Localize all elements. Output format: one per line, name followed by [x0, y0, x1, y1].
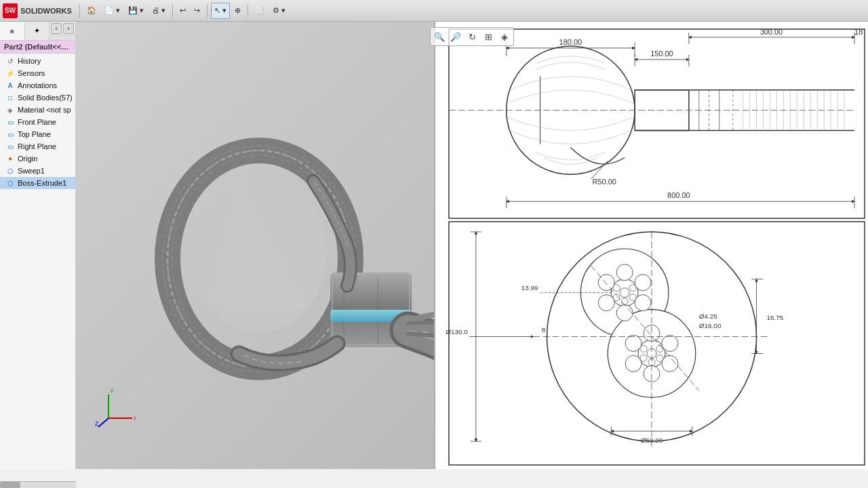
settings-button[interactable]: ⚙ ▾: [269, 3, 289, 19]
app-name: SOLIDWORKS: [20, 7, 72, 15]
svg-point-78: [625, 336, 642, 352]
pm-icon: ✦: [34, 26, 40, 35]
undo-button[interactable]: ↩: [176, 3, 189, 19]
zoom-fit-button[interactable]: 🔎: [448, 29, 463, 44]
svg-point-74: [662, 336, 678, 352]
dim-8: 8: [542, 326, 546, 333]
part-header: Part2 (Default<<Def: [0, 41, 75, 54]
print-button[interactable]: 🖨 ▾: [149, 3, 169, 19]
logo-sw: SW: [5, 7, 16, 14]
section-view-button[interactable]: ⊞: [481, 29, 496, 44]
save-button[interactable]: 💾 ▾: [125, 3, 147, 19]
tree-item-sensors[interactable]: ⚡ Sensors: [0, 67, 75, 79]
top-plane-label: Top Plane: [18, 130, 51, 138]
material-label: Material <not sp: [18, 106, 71, 114]
svg-point-71: [613, 285, 620, 291]
tree-item-material[interactable]: ◈ Material <not sp: [0, 104, 75, 116]
main-toolbar: SW SOLIDWORKS 🏠 📄 ▾ 💾 ▾ 🖨 ▾ ↩ ↪ ↖ ▾ ⊕ ⬜ …: [0, 0, 868, 22]
display-style-button[interactable]: ◈: [497, 29, 512, 44]
material-icon: ◈: [5, 105, 15, 115]
sep1: [79, 4, 80, 18]
right-plane-icon: ▭: [5, 142, 15, 151]
tree-item-top-plane[interactable]: ▭ Top Plane: [0, 128, 75, 140]
dim-1675: 16.75: [766, 314, 783, 321]
sidebar-nav: ‹ ›: [50, 22, 75, 35]
display-button[interactable]: ⬜: [252, 3, 268, 19]
dim-1399: 13.99: [521, 284, 538, 291]
tree-item-solid-bodies[interactable]: □ Solid Bodies(57): [0, 92, 75, 104]
annotations-icon: A: [5, 81, 15, 90]
sensors-icon: ⚡: [5, 68, 15, 78]
tree-item-front-plane[interactable]: ▭ Front Plane: [0, 116, 75, 128]
dim-180-right: 18: [854, 28, 863, 36]
svg-point-80: [656, 346, 663, 352]
nav-back[interactable]: ‹: [51, 23, 62, 34]
sensors-label: Sensors: [18, 69, 45, 77]
tree-item-annotations[interactable]: A Annotations: [0, 79, 75, 92]
property-manager-tab[interactable]: ✦: [25, 22, 50, 40]
svg-point-68: [629, 294, 636, 301]
tree-item-origin[interactable]: ✦ Origin: [0, 152, 75, 165]
fm-icon: ≡: [10, 27, 14, 35]
rotate-view-button[interactable]: ↻: [465, 29, 479, 44]
origin-icon: ✦: [5, 154, 15, 163]
z-axis-label: Z: [95, 420, 99, 427]
svg-point-62: [635, 295, 651, 311]
tree-item-sweep1[interactable]: ⬡ Sweep1: [0, 165, 75, 177]
right-plane-label: Right Plane: [18, 142, 56, 150]
sidebar-tabs: ≡ ✦ ‹ ›: [0, 22, 75, 41]
history-label: History: [18, 57, 41, 65]
svg-point-77: [625, 355, 642, 371]
home-button[interactable]: 🏠: [83, 3, 100, 19]
zoom-button[interactable]: 🔍: [432, 29, 447, 44]
tree-item-right-plane[interactable]: ▭ Right Plane: [0, 140, 75, 152]
front-plane-icon: ▭: [5, 117, 15, 127]
origin-label: Origin: [18, 155, 37, 163]
svg-point-64: [598, 295, 614, 311]
svg-point-81: [656, 354, 663, 361]
svg-point-60: [616, 264, 633, 281]
dim-300: 300.00: [760, 28, 783, 36]
boss-extrude1-label: Boss-Extrude1: [18, 179, 66, 187]
tree-item-history[interactable]: ↺ History: [0, 55, 75, 67]
annotations-label: Annotations: [18, 81, 57, 89]
select-button[interactable]: ↖ ▾: [211, 3, 230, 19]
sidebar: ≡ ✦ ‹ › Part2 (Default<<Def ↺ History ⚡ …: [0, 22, 76, 469]
tree-item-boss-extrude1[interactable]: ⬡ Boss-Extrude1: [0, 177, 75, 189]
technical-drawing: 180.00 150.00 300.00 18 R50.00 800.00: [434, 22, 868, 469]
mini-toolbar: 🔍 🔎 ↻ ⊞ ◈: [430, 27, 514, 46]
x-axis-label: X: [134, 415, 136, 422]
new-button[interactable]: 📄 ▾: [101, 3, 123, 19]
sep3: [207, 4, 208, 18]
solid-bodies-icon: □: [5, 93, 15, 102]
coordinate-axes: Y X Z: [95, 388, 136, 428]
svg-point-66: [620, 288, 629, 298]
svg-point-83: [640, 354, 647, 361]
app-logo: SW SOLIDWORKS: [3, 3, 72, 18]
y-axis-label: Y: [110, 388, 114, 394]
top-plane-icon: ▭: [5, 129, 15, 139]
logo-box: SW: [3, 3, 18, 18]
sep4: [248, 4, 248, 18]
feature-manager-tab[interactable]: ≡: [0, 22, 25, 40]
boss-extrude1-icon: ⬡: [5, 178, 15, 188]
viewport[interactable]: 🔍 🔎 ↻ ⊞ ◈: [76, 22, 868, 469]
sweep1-label: Sweep1: [18, 167, 45, 175]
svg-point-67: [629, 285, 636, 291]
svg-point-63: [616, 305, 633, 321]
svg-point-69: [621, 298, 628, 305]
rotate-button[interactable]: ⊕: [231, 3, 244, 19]
front-plane-label: Front Plane: [18, 118, 56, 126]
solid-bodies-label: Solid Bodies(57): [18, 94, 73, 102]
dim-425: Ø4.25: [699, 312, 718, 320]
dim-150: 150.00: [650, 49, 673, 58]
redo-button[interactable]: ↪: [191, 3, 203, 19]
dim-180: 180.00: [559, 38, 583, 46]
dim-r50: R50.00: [593, 178, 616, 186]
svg-point-84: [640, 346, 647, 352]
svg-line-101: [98, 418, 108, 427]
main-area: ≡ ✦ ‹ › Part2 (Default<<Def ↺ History ⚡ …: [0, 22, 868, 469]
dim-800: 800.00: [667, 191, 690, 199]
nav-forward[interactable]: ›: [63, 23, 74, 34]
dim-50: Ø50.00: [641, 436, 663, 444]
